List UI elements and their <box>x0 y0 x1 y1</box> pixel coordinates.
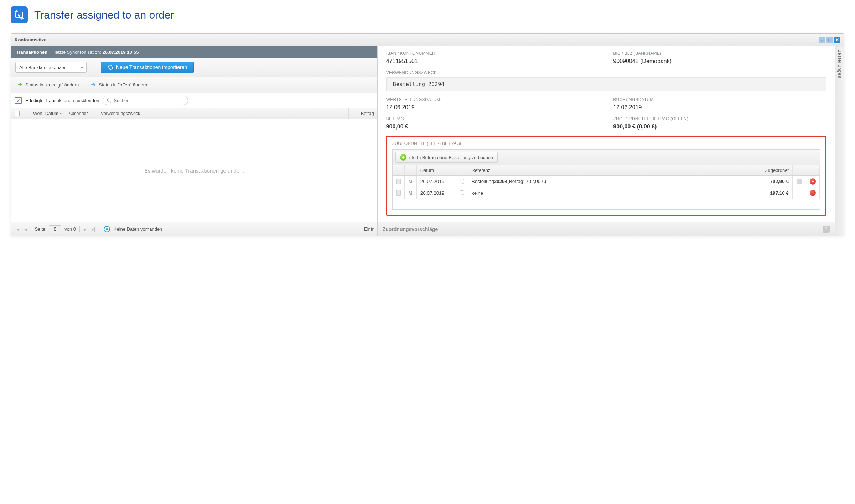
assigned-section-title: ZUGEORDNETE (TEIL-) BETRÄGE <box>392 141 820 146</box>
row-reference: keine <box>468 187 753 199</box>
transactions-toolbar: Alle Bankkonten anzei ▾ Neue Transaktion… <box>11 58 377 77</box>
bic-label: BIC / BLZ (BANKNAME): <box>613 51 826 56</box>
plus-icon: + <box>400 154 406 161</box>
account-select[interactable]: Alle Bankkonten anzei ▾ <box>15 62 87 73</box>
booking-date-label: BUCHUNGSDATUM: <box>613 97 826 102</box>
pager-page-input[interactable] <box>49 225 61 233</box>
suggestions-label: Zuordnungsvorschläge <box>383 226 438 232</box>
transactions-tab-title: Transaktionen <box>16 49 47 55</box>
import-transactions-button[interactable]: Neue Transaktionen importieren <box>101 62 194 73</box>
window-maximize-icon[interactable]: □ <box>826 37 833 43</box>
mt-col-reference[interactable]: Referenz <box>468 165 753 175</box>
arrow-right-green-icon <box>17 82 23 88</box>
table-row: M26.07.2019Bestellung 20294 (Betrag: 702… <box>393 176 820 187</box>
pager-status-text: Keine Daten vorhanden <box>114 226 162 232</box>
refresh-icon <box>108 64 113 70</box>
orders-side-tab-label: Bestellungen <box>837 49 842 78</box>
comment-icon[interactable] <box>460 179 464 184</box>
window-close-icon[interactable]: ✕ <box>834 37 840 43</box>
chevron-down-icon: ▾ <box>78 62 86 72</box>
suggestions-footer[interactable]: Zuordnungsvorschläge ˄ <box>378 222 835 236</box>
orders-side-tab[interactable]: Bestellungen <box>835 34 844 236</box>
mt-col-date[interactable]: Datum <box>417 165 456 175</box>
pager-refresh-icon[interactable] <box>104 226 110 232</box>
search-icon <box>107 98 112 103</box>
book-partial-label: (Teil-) Betrag ohne Bestellung verbuchen <box>409 155 493 160</box>
import-button-label: Neue Transaktionen importieren <box>116 64 187 70</box>
header-checkbox[interactable] <box>11 108 23 119</box>
assigned-amount-value: 900,00 € (0,00 €) <box>613 124 826 130</box>
remove-icon[interactable] <box>810 178 816 185</box>
transactions-grid-body: Es wurden keine Transaktionen gefunden. <box>11 119 377 222</box>
iban-value: 4711951501 <box>386 58 599 64</box>
filter-bar: ✓ Erledigte Transaktionen ausblenden <box>11 93 377 108</box>
m-badge-icon: M <box>409 179 413 184</box>
value-date-value: 12.06.2019 <box>386 104 599 111</box>
row-amount: 197,10 € <box>753 187 793 199</box>
sync-label: letzte Synchronisation: <box>55 49 101 55</box>
row-amount: 702,90 € <box>753 176 793 187</box>
account-select-value: Alle Bankkonten anzei <box>16 65 78 70</box>
col-sender[interactable]: Absender <box>66 108 98 119</box>
document-icon[interactable] <box>396 190 401 196</box>
value-date-label: WERTSTELLUNGSDATUM: <box>386 97 599 102</box>
row-date: 26.07.2019 <box>417 176 456 187</box>
transfer-euro-icon: € <box>11 6 28 23</box>
status-toolbar: Status in "erledigt" ändern Status in "o… <box>11 77 377 93</box>
arrow-right-blue-icon <box>91 82 97 88</box>
status-done-label: Status in "erledigt" ändern <box>25 82 79 88</box>
book-partial-button[interactable]: + (Teil-) Betrag ohne Bestellung verbuch… <box>395 152 498 163</box>
pager-next-icon[interactable]: ▸ <box>83 226 87 232</box>
pager-prev-icon[interactable]: ◂ <box>24 226 27 232</box>
status-open-button[interactable]: Status in "offen" ändern <box>89 80 149 89</box>
pager-right-text: Eintr <box>364 226 374 232</box>
svg-text:€: € <box>18 12 20 18</box>
document-icon[interactable] <box>396 179 401 184</box>
assigned-toolbar: + (Teil-) Betrag ohne Bestellung verbuch… <box>392 149 820 165</box>
booking-date-value: 12.06.2019 <box>613 104 826 111</box>
m-badge-icon: M <box>409 190 413 196</box>
assigned-amount-label: ZUGEORDNETER BETRAG (OFFEN): <box>613 116 826 121</box>
svg-point-2 <box>108 99 110 101</box>
hide-done-label: Erledigte Transaktionen ausblenden <box>25 98 99 103</box>
transactions-subheader: Transaktionen letzte Synchronisation: 26… <box>11 46 377 58</box>
col-amount[interactable]: Betrag <box>349 108 377 119</box>
page-title: Transfer assigned to an order <box>34 9 174 21</box>
assigned-table: Datum Referenz Zugeordnet M26.07.2019Bes… <box>392 165 820 210</box>
status-open-label: Status in "offen" ändern <box>99 82 147 88</box>
mt-col-assigned[interactable]: Zugeordnet <box>753 165 793 175</box>
transactions-grid-header: Wert.-Datum▾ Absender Verwendungszweck B… <box>11 108 377 119</box>
col-value-date[interactable]: Wert.-Datum▾ <box>30 108 66 119</box>
status-done-button[interactable]: Status in "erledigt" ändern <box>15 80 81 89</box>
window: Kontoumsätze – □ ✕ Transaktionen letzte … <box>11 33 844 236</box>
page-header: € Transfer assigned to an order <box>11 6 844 23</box>
search-input-wrap <box>103 96 188 105</box>
print-icon[interactable] <box>797 179 802 184</box>
bic-value: 90090042 (Demobank) <box>613 58 826 64</box>
empty-state-text: Es wurden keine Transaktionen gefunden. <box>144 168 244 174</box>
window-title: Kontoumsätze <box>15 37 47 42</box>
purpose-value: Bestellung 20294 <box>386 77 826 91</box>
pager-first-icon[interactable]: |◂ <box>15 226 20 232</box>
assigned-amounts-section: ZUGEORDNETE (TEIL-) BETRÄGE + (Teil-) Be… <box>386 136 826 216</box>
pager-of-label: von 0 <box>64 226 76 232</box>
pager-last-icon[interactable]: ▸| <box>91 226 96 232</box>
window-minimize-icon[interactable]: – <box>819 37 825 43</box>
sync-value: 26.07.2019 10:55 <box>103 49 139 55</box>
remove-icon[interactable] <box>810 190 816 196</box>
table-row: M26.07.2019keine197,10 € <box>393 187 820 199</box>
col-purpose[interactable]: Verwendungszweck <box>98 108 349 119</box>
window-titlebar: Kontoumsätze – □ ✕ <box>11 34 844 46</box>
comment-icon[interactable] <box>460 190 464 195</box>
sort-desc-icon: ▾ <box>60 111 62 115</box>
iban-label: IBAN / KONTONUMMER: <box>386 51 599 56</box>
amount-value: 900,00 € <box>386 124 599 130</box>
amount-label: BETRAG: <box>386 116 599 121</box>
row-reference: Bestellung 20294 (Betrag: 702,90 €) <box>468 176 753 187</box>
pager: |◂ ◂ Seite von 0 ▸ ▸| Keine Daten vorhan… <box>11 222 377 236</box>
hide-done-checkbox[interactable]: ✓ <box>15 97 22 104</box>
search-input[interactable] <box>114 98 184 103</box>
detail-pane: IBAN / KONTONUMMER: 4711951501 BIC / BLZ… <box>378 34 835 236</box>
purpose-label: VERWENDUNGSZWECK: <box>386 70 826 75</box>
collapse-up-icon[interactable]: ˄ <box>823 226 830 233</box>
